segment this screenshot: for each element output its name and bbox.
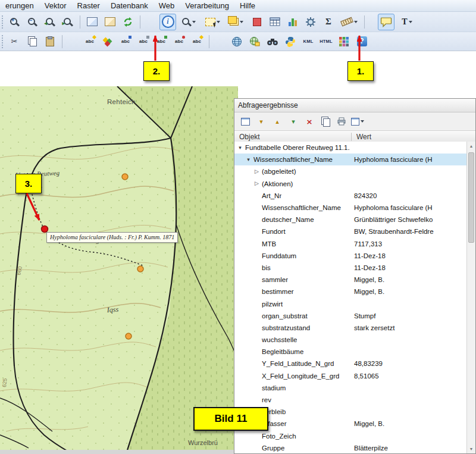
result-row[interactable]: ▷(abgeleitet) [234, 165, 466, 177]
result-row[interactable]: Wissenschaftlicher_NameHypholoma fascicu… [234, 202, 466, 214]
expander-icon[interactable]: ▷ [253, 180, 261, 187]
open-attribute-table-button[interactable] [267, 14, 283, 30]
row-label: MTB [262, 240, 276, 248]
kml-export-button[interactable]: KML [300, 33, 317, 50]
processing-settings-button[interactable] [302, 14, 319, 30]
print-response-button[interactable] [334, 114, 349, 129]
zoom-next-button[interactable]: ▸ [60, 14, 76, 30]
search-places-button[interactable] [264, 33, 281, 50]
expander-icon[interactable]: ▾ [236, 144, 244, 152]
find-point[interactable] [122, 174, 128, 180]
menu-item-raster[interactable]: Raster [72, 1, 105, 11]
expander-icon[interactable]: ▷ [253, 168, 261, 176]
text-annotation-button[interactable]: T [396, 14, 418, 30]
zoom-full-extent-button[interactable] [102, 14, 118, 30]
clear-results-button[interactable]: × [302, 114, 317, 129]
new-map-view-button[interactable] [84, 14, 101, 30]
toolbar-handle[interactable] [2, 15, 3, 29]
scrollbar-thumb[interactable] [468, 152, 474, 243]
map-tip-tooltip: Hypholoma fasciculare (Huds. : Fr.) P. K… [46, 232, 178, 243]
result-row[interactable]: stadium [234, 382, 466, 394]
menu-item-web[interactable]: Web [154, 1, 180, 11]
scroll-down-icon[interactable]: ▼ [467, 444, 475, 453]
result-row[interactable]: MTB7117,313 [234, 238, 466, 250]
result-row[interactable]: Begleitbäume [234, 346, 466, 358]
sum-statistics-button[interactable]: Σ [320, 14, 337, 30]
menu-item-datenbank[interactable]: Datenbank [105, 1, 154, 11]
deselect-features-button[interactable] [249, 14, 265, 30]
change-label-button[interactable]: abc [189, 33, 205, 50]
toolbar-handle[interactable] [2, 35, 3, 48]
result-row[interactable]: ▷(Aktionen) [234, 178, 466, 190]
result-row[interactable]: X_Feld_Longitude_E_grd8,51065 [234, 370, 466, 382]
result-row[interactable]: Foto_Zeich [234, 430, 466, 442]
identify-mode-dropdown[interactable] [350, 114, 365, 129]
result-row[interactable]: erfasserMiggel, B. [234, 418, 466, 430]
zoom-last-button[interactable]: ◂ [42, 14, 58, 30]
result-row[interactable]: wuchsstelle [234, 334, 466, 346]
result-row[interactable]: bestimmerMiggel, B. [234, 286, 466, 298]
copy-feature-button[interactable] [318, 114, 333, 129]
measure-button[interactable] [338, 14, 361, 30]
result-row[interactable]: deutscher_NameGrünblättriger Schwefelko [234, 214, 466, 226]
selected-find-point[interactable] [42, 226, 48, 233]
select-features-button[interactable] [201, 14, 224, 30]
web-services-button[interactable] [246, 33, 263, 50]
result-row-selected[interactable]: ▾Wissenschaftlicher_NameHypholoma fascic… [234, 154, 466, 165]
map-tips-button[interactable] [378, 14, 394, 30]
menu-item-erungen[interactable]: erungen [0, 1, 39, 11]
map-canvas[interactable]: Rehteich Unterm Reutweg Oberer Reutweg I… [0, 86, 238, 454]
results-scrollbar[interactable]: ▲ ▼ [466, 142, 475, 453]
pin-labels-button[interactable]: abc [117, 33, 134, 50]
result-row[interactable]: ▾Fundtabelle Oberer Reutweg 11.1... [234, 142, 466, 154]
menu-item-verarbeitung[interactable]: Verarbeitung [180, 1, 234, 11]
row-label: deutscher_Name [262, 216, 314, 223]
result-row[interactable]: bis11-Dez-18 [234, 262, 466, 274]
select-by-value-button[interactable] [225, 14, 248, 30]
paste-features-button[interactable] [42, 33, 58, 50]
expander-icon[interactable]: ▾ [245, 156, 252, 164]
diagram-options-button[interactable] [99, 33, 116, 50]
html-export-button[interactable]: HTML [318, 33, 334, 50]
statistics-chart-button[interactable] [284, 14, 301, 30]
result-row[interactable]: Art_Nr824320 [234, 190, 466, 202]
result-row[interactable]: FundortBW, Straubenhardt-Feldre [234, 226, 466, 237]
result-row[interactable]: verbleib [234, 406, 466, 418]
python-console-button[interactable] [282, 33, 299, 50]
expand-new-results-button[interactable]: ▾ [286, 114, 300, 129]
result-row[interactable]: GruppeBlätterpilze [234, 442, 466, 453]
labeling-options-button[interactable]: abc [82, 33, 98, 50]
menu-item-vektor[interactable]: Vektor [39, 1, 72, 11]
result-row[interactable]: sammlerMiggel, B. [234, 274, 466, 286]
identify-features-button[interactable]: i [159, 14, 176, 30]
result-row[interactable]: substratzustandstark zersetzt [234, 322, 466, 334]
move-label-button[interactable]: abc [153, 33, 170, 50]
result-row[interactable]: Funddatum11-Dez-18 [234, 250, 466, 262]
result-row[interactable]: pilzwirt [234, 298, 466, 309]
expand-all-button[interactable]: ▾ [254, 114, 268, 129]
copy-features-button[interactable] [24, 33, 40, 50]
find-point[interactable] [126, 333, 131, 339]
callout-step-2: 2. [143, 61, 170, 81]
open-form-button[interactable] [238, 114, 252, 129]
refresh-button[interactable] [120, 14, 136, 30]
rotate-label-button[interactable]: abc [171, 33, 187, 50]
help-button[interactable]: ? [353, 33, 370, 50]
result-row[interactable]: rev [234, 394, 466, 406]
highlight-labels-button[interactable]: abc [135, 33, 152, 50]
menu-item-hilfe[interactable]: Hilfe [234, 1, 261, 11]
zoom-in-button[interactable]: + [6, 14, 23, 30]
scroll-up-icon[interactable]: ▲ [467, 142, 475, 151]
sigma-icon: Σ [325, 17, 331, 26]
metasearch-button[interactable] [228, 33, 245, 50]
zoom-out-button[interactable]: − [24, 14, 40, 30]
result-row[interactable]: Y_Feld_Latitude_N_grd48,83239 [234, 358, 466, 370]
row-value: Miggel, B. [354, 420, 465, 427]
cut-features-button[interactable]: ✂ [6, 33, 23, 50]
collapse-all-button[interactable]: ▴ [270, 114, 284, 129]
result-row[interactable]: organ_substratStumpf [234, 310, 466, 322]
run-feature-action-button[interactable] [177, 14, 200, 30]
panel-title-bar[interactable]: Abfrageergebnisse [234, 99, 475, 112]
grid-plugin-button[interactable] [336, 33, 352, 50]
find-point[interactable] [137, 266, 143, 272]
